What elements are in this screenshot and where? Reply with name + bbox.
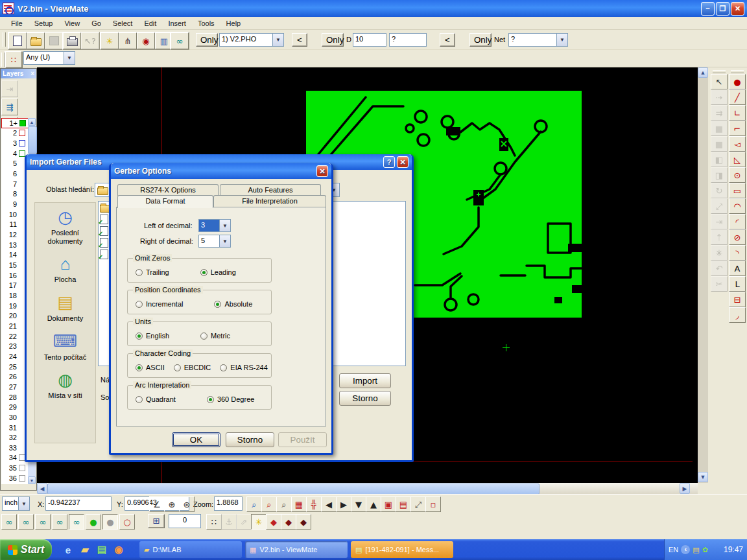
draw-curve-tool[interactable]: ◠ bbox=[729, 198, 746, 214]
layer-row-3[interactable]: 3 bbox=[1, 138, 29, 148]
only-layer-button[interactable]: Only bbox=[196, 33, 218, 47]
layer-color-swatch[interactable] bbox=[19, 140, 25, 146]
radio-icon[interactable] bbox=[207, 396, 214, 403]
notes-tray-icon[interactable]: ▤ bbox=[693, 546, 699, 554]
radio-icon[interactable] bbox=[174, 364, 181, 371]
copy-grid-offset-icon[interactable]: ▤ bbox=[396, 496, 411, 512]
lamp-on-icon[interactable]: ● bbox=[86, 514, 101, 530]
pan-right-icon[interactable]: ▶ bbox=[336, 496, 351, 512]
start-button[interactable]: Start bbox=[0, 539, 52, 560]
cancel-button[interactable]: Storno bbox=[339, 391, 391, 406]
zoom-grid-icon[interactable]: ⌕ bbox=[261, 496, 277, 512]
birdseye-view-icon[interactable]: ✳ bbox=[101, 32, 119, 49]
flash-mode-icon[interactable]: ✳ bbox=[251, 514, 267, 530]
dcode-display-icon[interactable]: ◉ bbox=[137, 32, 155, 49]
scroll-down-button[interactable]: ▼ bbox=[698, 472, 708, 482]
menu-insert[interactable]: Insert bbox=[162, 18, 192, 29]
units-combo[interactable]: inch▼ bbox=[2, 496, 30, 511]
copy-grid-icon[interactable]: ▣ bbox=[381, 496, 396, 512]
draw-text-tool[interactable]: A bbox=[729, 261, 746, 276]
radio-icon[interactable] bbox=[136, 332, 143, 340]
radio-english[interactable]: English bbox=[136, 332, 169, 340]
task-explorer-mlab[interactable]: ▰D:\MLAB bbox=[139, 541, 242, 558]
open-folder-icon[interactable] bbox=[27, 32, 45, 49]
close-icon[interactable]: × bbox=[30, 70, 34, 77]
checked-file-icon[interactable]: ✓ bbox=[100, 250, 108, 259]
palette-gripper[interactable] bbox=[713, 70, 726, 73]
center-target-icon[interactable]: ⊕ bbox=[164, 496, 180, 512]
language-indicator[interactable]: EN bbox=[669, 546, 678, 554]
layer-color-swatch[interactable] bbox=[19, 130, 25, 136]
layer-combo[interactable]: 1) V2.PHO▼ bbox=[219, 33, 284, 47]
aperture-filter-combo[interactable]: Any (U)▼ bbox=[23, 51, 75, 65]
menu-edit[interactable]: Edit bbox=[138, 18, 162, 29]
chevron-down-icon[interactable]: ▼ bbox=[219, 220, 230, 231]
book-quicklaunch-icon[interactable]: ▤ bbox=[95, 543, 108, 556]
radio-ascii[interactable]: ASCII bbox=[136, 364, 165, 371]
draw-arc2-tool[interactable]: ◝ bbox=[729, 245, 746, 261]
layer-color-swatch[interactable] bbox=[19, 120, 26, 126]
tab-file-interpretation[interactable]: File Interpretation bbox=[213, 195, 326, 207]
menu-setup[interactable]: Setup bbox=[29, 18, 59, 29]
toolbar-gripper[interactable] bbox=[3, 32, 6, 47]
tab-rs274-x-options[interactable]: RS274-X Options bbox=[117, 184, 219, 196]
layer-color-swatch[interactable] bbox=[19, 150, 25, 157]
grid-lines-icon[interactable]: ╬ bbox=[306, 496, 322, 512]
radio-absolute[interactable]: Absolute bbox=[214, 300, 252, 308]
minimize-button[interactable]: − bbox=[701, 2, 715, 16]
folder-quicklaunch-icon[interactable]: ▰ bbox=[78, 543, 91, 556]
select-cursor-tool[interactable]: ↖ bbox=[711, 74, 728, 89]
grid-dots-icon[interactable]: ▦ bbox=[291, 496, 307, 512]
scrollbar-thumb[interactable] bbox=[47, 484, 540, 495]
layer-row-36[interactable]: 36 bbox=[1, 473, 29, 484]
chevron-down-icon[interactable]: ▼ bbox=[18, 497, 29, 510]
place-recent-documents[interactable]: ◷Poslední dokumenty bbox=[36, 207, 95, 245]
scroll-right-button[interactable]: ▶ bbox=[680, 483, 690, 494]
radio-icon[interactable] bbox=[136, 301, 143, 308]
pan-down-icon[interactable]: ▼ bbox=[351, 496, 366, 512]
icq-flower-tray-icon[interactable]: ✿ bbox=[702, 546, 708, 554]
draw-triangle-tool[interactable]: ◺ bbox=[729, 152, 746, 167]
menu-file[interactable]: File bbox=[5, 18, 29, 29]
net-combo[interactable]: ?▼ bbox=[508, 33, 568, 47]
pan-up-icon[interactable]: ▲ bbox=[366, 496, 381, 512]
layer-order-button[interactable]: ⇶ bbox=[1, 99, 18, 115]
draw-line-tool[interactable]: ╱ bbox=[729, 89, 746, 105]
radio-icon[interactable] bbox=[200, 269, 208, 276]
draw-rectangle-tool[interactable]: ▭ bbox=[729, 183, 746, 198]
aperture-grid-icon[interactable]: ∷ bbox=[5, 51, 22, 68]
dcode-wildcard-input[interactable]: ? bbox=[389, 33, 427, 47]
draw-label-tool[interactable]: L bbox=[729, 276, 746, 292]
menu-view[interactable]: View bbox=[58, 18, 86, 29]
place-documents[interactable]: ▤Dokumenty bbox=[36, 292, 95, 323]
cancel-button[interactable]: Storno bbox=[226, 432, 274, 447]
chevron-down-icon[interactable]: ▼ bbox=[219, 235, 230, 247]
inspect-glasses-icon[interactable]: ∞ bbox=[171, 32, 189, 49]
view-highlight-icon[interactable]: ∞ bbox=[69, 514, 84, 530]
close-icon[interactable]: ✕ bbox=[397, 156, 409, 168]
view-outlines-icon[interactable]: ∞ bbox=[52, 514, 67, 530]
radio-icon[interactable] bbox=[220, 364, 227, 371]
vertical-scrollbar[interactable]: ▲ ▼ bbox=[698, 67, 708, 483]
resize-selection-icon[interactable]: ⤢ bbox=[410, 496, 426, 512]
chevron-down-icon[interactable]: ▼ bbox=[272, 34, 283, 46]
view-traces-icon[interactable]: ∞ bbox=[18, 514, 34, 530]
view-pads-icon[interactable]: ∞ bbox=[1, 514, 17, 530]
menu-select[interactable]: Select bbox=[107, 18, 139, 29]
horizontal-scrollbar[interactable]: ◀ ▶ bbox=[37, 483, 698, 494]
pad-corner-icon[interactable]: ◆ bbox=[296, 514, 311, 530]
layer-color-swatch[interactable] bbox=[19, 465, 25, 471]
only-net-button[interactable]: Only bbox=[469, 33, 492, 47]
draw-polyline-tool[interactable]: ∟ bbox=[729, 105, 746, 121]
close-icon[interactable]: ✕ bbox=[316, 165, 328, 177]
grid-step-field[interactable]: 0 bbox=[169, 514, 201, 528]
draw-fan-tool[interactable]: ◅ bbox=[729, 136, 746, 152]
radio-metric[interactable]: Metric bbox=[200, 332, 230, 340]
palette-gripper[interactable] bbox=[731, 70, 744, 73]
checked-file-icon[interactable]: ✓ bbox=[100, 238, 108, 248]
menu-tools[interactable]: Tools bbox=[192, 18, 220, 29]
task-messenger[interactable]: ▤[191-482-091] - Mess... bbox=[351, 541, 453, 558]
import-button[interactable]: Import bbox=[339, 373, 391, 388]
layer-row-2[interactable]: 2 bbox=[1, 128, 29, 139]
draw-arc-tool[interactable]: ◜ bbox=[729, 214, 746, 229]
